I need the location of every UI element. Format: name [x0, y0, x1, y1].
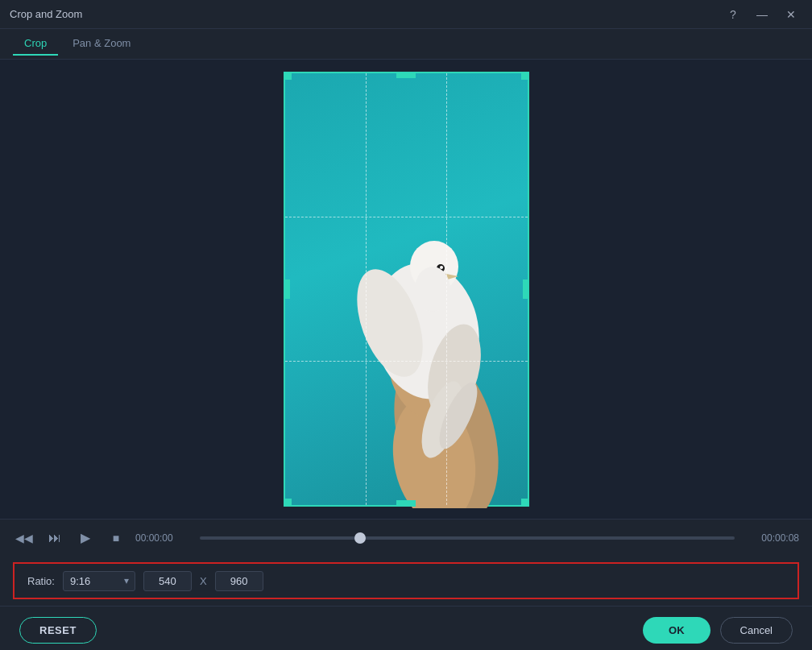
stop-icon: ■	[113, 532, 119, 544]
tab-bar: Crop Pan & Zoom	[0, 29, 812, 60]
x-separator: X	[200, 575, 207, 587]
ok-button[interactable]: OK	[643, 617, 710, 644]
height-input[interactable]	[215, 571, 263, 591]
bottom-bar: RESET OK Cancel	[0, 606, 812, 650]
bird-image	[285, 73, 528, 505]
handle-mid-left[interactable]	[284, 279, 290, 299]
minimize-icon: —	[756, 8, 768, 21]
help-icon: ?	[730, 8, 736, 21]
ratio-select[interactable]: 9:16 16:9 1:1 4:3 Custom	[63, 571, 135, 591]
close-button[interactable]: ✕	[780, 6, 802, 23]
title-bar: Crop and Zoom ? — ✕	[0, 0, 812, 29]
time-end: 00:00:08	[743, 532, 799, 544]
handle-top-left[interactable]	[284, 72, 292, 80]
skip-back-button[interactable]: ◀◀	[13, 527, 35, 549]
cancel-button[interactable]: Cancel	[720, 617, 793, 644]
window-title: Crop and Zoom	[10, 8, 82, 20]
timeline-thumb[interactable]	[354, 532, 366, 544]
width-input[interactable]	[143, 571, 192, 591]
help-button[interactable]: ?	[722, 6, 744, 23]
minimize-button[interactable]: —	[751, 6, 773, 23]
handle-top-right[interactable]	[521, 72, 529, 80]
time-current: 00:00:00	[135, 532, 192, 544]
handle-mid-bottom[interactable]	[396, 500, 416, 507]
svg-point-15	[415, 267, 450, 312]
timeline-track[interactable]	[200, 536, 735, 540]
play-button[interactable]: ▶	[74, 527, 97, 549]
stop-button[interactable]: ■	[105, 527, 127, 549]
tab-crop[interactable]: Crop	[13, 32, 58, 56]
ratio-select-wrapper: 9:16 16:9 1:1 4:3 Custom	[63, 571, 135, 591]
preview-area	[0, 60, 812, 519]
step-back-button[interactable]: ⏭	[44, 527, 66, 549]
handle-mid-right[interactable]	[523, 279, 529, 299]
tab-pan-zoom[interactable]: Pan & Zoom	[61, 32, 142, 56]
skip-back-icon: ◀◀	[15, 532, 33, 544]
handle-bottom-left[interactable]	[284, 499, 292, 507]
play-icon: ▶	[81, 530, 90, 545]
handle-bottom-right[interactable]	[521, 499, 529, 507]
ratio-bar: Ratio: 9:16 16:9 1:1 4:3 Custom X	[13, 562, 799, 599]
ratio-label: Ratio:	[27, 575, 55, 587]
action-buttons: OK Cancel	[643, 617, 793, 644]
svg-point-14	[440, 266, 443, 269]
window-controls: ? — ✕	[722, 6, 802, 23]
transport-bar: ◀◀ ⏭ ▶ ■ 00:00:00 00:00:08	[0, 519, 812, 556]
crop-frame[interactable]	[284, 72, 529, 507]
step-back-icon: ⏭	[48, 531, 61, 545]
video-preview	[0, 60, 812, 519]
handle-mid-top[interactable]	[396, 72, 416, 78]
reset-button[interactable]: RESET	[19, 617, 97, 644]
close-icon: ✕	[786, 8, 796, 21]
